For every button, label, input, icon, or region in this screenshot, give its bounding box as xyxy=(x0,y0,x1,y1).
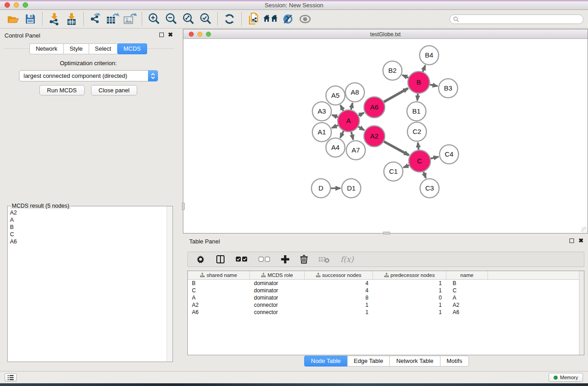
deselect-all-columns-button[interactable] xyxy=(258,257,270,262)
result-scrollbar[interactable] xyxy=(167,206,172,362)
table-cell[interactable]: 1 xyxy=(305,301,373,309)
result-item[interactable]: A2 xyxy=(10,209,166,216)
export-table-button[interactable] xyxy=(104,11,121,27)
edge-A2-C[interactable] xyxy=(384,142,409,155)
graph-node-C[interactable]: C xyxy=(409,150,430,172)
graph-node-A2[interactable]: A2 xyxy=(364,126,385,147)
column-header-predecessor-nodes[interactable]: predecessor nodes xyxy=(373,271,446,279)
edge-C-C3[interactable] xyxy=(424,172,426,178)
edge-A-A3[interactable] xyxy=(332,115,338,117)
export-network-button[interactable] xyxy=(87,11,104,27)
graph-node-B2[interactable]: B2 xyxy=(383,61,402,80)
delete-table-button[interactable] xyxy=(319,256,330,263)
table-cell[interactable]: A6 xyxy=(188,309,250,316)
graph-node-B[interactable]: B xyxy=(408,71,430,93)
tab-network-table[interactable]: Network Table xyxy=(389,356,440,367)
table-cell[interactable]: A2 xyxy=(446,301,488,309)
edge-B-B4[interactable] xyxy=(423,65,425,71)
table-row[interactable]: Cdominator41C xyxy=(188,287,584,294)
graph-node-A4[interactable]: A4 xyxy=(326,138,345,157)
network-canvas[interactable]: AA1A2A3A4A5A6A7A8BB1B2B3B4CC1C2C3C4DD1 xyxy=(183,39,588,233)
graph-node-D[interactable]: D xyxy=(311,179,330,198)
graph-node-A6[interactable]: A6 xyxy=(364,97,385,118)
run-mcds-button[interactable]: Run MCDS xyxy=(39,85,85,95)
search-input[interactable] xyxy=(459,15,583,23)
table-cell[interactable]: A6 xyxy=(446,309,488,316)
edge-A-A2[interactable] xyxy=(358,127,364,130)
table-cell[interactable]: C xyxy=(188,287,250,294)
table-cell[interactable]: 4 xyxy=(305,287,373,294)
graph-node-A7[interactable]: A7 xyxy=(346,141,365,160)
home-button[interactable] xyxy=(262,11,279,27)
zoom-out-button[interactable] xyxy=(163,11,180,27)
open-session-button[interactable] xyxy=(5,11,22,27)
edge-A-A5[interactable] xyxy=(340,105,343,110)
graph-node-B4[interactable]: B4 xyxy=(420,46,439,65)
edge-A-A7[interactable] xyxy=(351,132,353,139)
save-session-button[interactable] xyxy=(22,11,39,27)
edge-A-A6[interactable] xyxy=(359,113,364,115)
splitter-handle[interactable] xyxy=(182,203,185,210)
mcds-result-list[interactable]: A2ABCA6 xyxy=(8,209,166,361)
tab-edge-table[interactable]: Edge Table xyxy=(347,356,390,367)
table-cell[interactable]: 1 xyxy=(305,309,373,316)
toggle-column-view-button[interactable] xyxy=(216,255,225,264)
float-panel-icon[interactable] xyxy=(159,33,164,37)
float-table-panel-icon[interactable] xyxy=(569,238,574,243)
graph-node-A3[interactable]: A3 xyxy=(312,102,331,121)
node-table[interactable]: shared nameMCDS rolesuccessor nodesprede… xyxy=(187,271,584,355)
graph-node-C3[interactable]: C3 xyxy=(420,179,439,198)
graph-node-A1[interactable]: A1 xyxy=(312,123,331,142)
table-cell[interactable]: C xyxy=(446,287,488,294)
select-all-columns-button[interactable] xyxy=(236,257,248,262)
graph-node-A8[interactable]: A8 xyxy=(345,83,364,102)
column-header-MCDS-role[interactable]: MCDS role xyxy=(250,271,305,279)
delete-columns-button[interactable] xyxy=(300,255,308,264)
edge-A-A4[interactable] xyxy=(340,131,344,138)
edge-A-A8[interactable] xyxy=(351,103,352,110)
table-row[interactable]: Bdominator41B xyxy=(188,280,584,287)
table-cell[interactable]: connector xyxy=(250,301,305,309)
table-cell[interactable]: connector xyxy=(250,309,305,316)
close-table-panel-icon[interactable]: ✖ xyxy=(578,238,583,243)
table-row[interactable]: A2connector11A2 xyxy=(188,301,584,309)
hide-graphics-details-button[interactable] xyxy=(279,11,296,27)
result-item[interactable]: A6 xyxy=(10,238,166,245)
table-cell[interactable]: 1 xyxy=(373,301,446,309)
table-cell[interactable]: dominator xyxy=(250,294,305,301)
graph-node-A5[interactable]: A5 xyxy=(326,86,345,105)
table-cell[interactable]: 1 xyxy=(373,280,446,287)
graph-node-D1[interactable]: D1 xyxy=(342,179,361,198)
export-image-button[interactable] xyxy=(121,11,139,27)
graph-node-C1[interactable]: C1 xyxy=(384,162,403,181)
graph-node-A[interactable]: A xyxy=(338,110,359,132)
edge-A6-B[interactable] xyxy=(384,88,408,102)
table-cell[interactable]: 1 xyxy=(373,287,446,294)
close-panel-icon[interactable]: ✖ xyxy=(168,33,173,37)
edge-C-C1[interactable] xyxy=(403,165,409,167)
clone-network-button[interactable] xyxy=(245,11,262,27)
edge-A-A1[interactable] xyxy=(332,125,338,128)
table-settings-button[interactable] xyxy=(196,255,205,264)
table-scrollbar[interactable] xyxy=(579,271,584,355)
tab-style[interactable]: Style xyxy=(63,43,89,54)
table-cell[interactable]: A2 xyxy=(188,301,250,309)
table-row[interactable]: A6connector11A6 xyxy=(188,309,584,316)
refresh-button[interactable] xyxy=(221,11,238,27)
table-cell[interactable]: dominator xyxy=(250,280,305,287)
graph-node-C2[interactable]: C2 xyxy=(407,122,426,141)
zoom-fit-button[interactable] xyxy=(180,11,197,27)
table-cell[interactable]: dominator xyxy=(250,287,305,294)
table-cell[interactable]: 0 xyxy=(373,294,446,301)
table-cell[interactable]: B xyxy=(188,280,250,287)
memory-button[interactable]: Memory xyxy=(549,373,583,382)
add-column-button[interactable] xyxy=(281,255,289,263)
edge-B-B3[interactable] xyxy=(430,85,438,86)
network-graph[interactable]: AA1A2A3A4A5A6A7A8BB1B2B3B4CC1C2C3C4DD1 xyxy=(183,39,588,233)
show-hide-panel-button[interactable] xyxy=(296,11,314,27)
graph-node-B3[interactable]: B3 xyxy=(439,79,458,98)
criterion-dropdown[interactable]: largest connected component (directed) xyxy=(19,70,158,81)
graph-node-B1[interactable]: B1 xyxy=(407,102,426,121)
import-network-button[interactable] xyxy=(46,11,63,27)
table-cell[interactable]: 1 xyxy=(373,309,446,316)
